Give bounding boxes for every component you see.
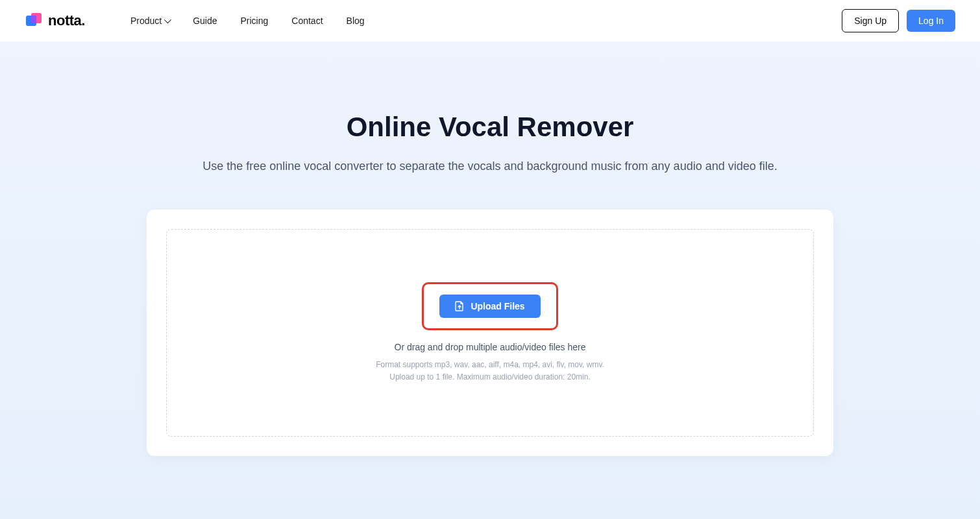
nav-blog[interactable]: Blog [347, 16, 365, 26]
chevron-down-icon [164, 16, 171, 23]
header-left: notta. Product Guide Pricing Contact Blo… [25, 12, 365, 30]
main: Online Vocal Remover Use the free online… [0, 42, 980, 456]
nav-guide-label: Guide [193, 16, 217, 26]
file-upload-icon [455, 301, 464, 311]
nav-guide[interactable]: Guide [193, 16, 217, 26]
upload-card: Upload Files Or drag and drop multiple a… [147, 210, 833, 456]
format-hint: Format supports mp3, wav, aac, aiff, m4a… [376, 359, 604, 371]
logo-text: notta. [48, 12, 85, 29]
nav-contact-label: Contact [291, 16, 323, 26]
limit-hint: Upload up to 1 file. Maximum audio/video… [389, 371, 591, 383]
signup-button[interactable]: Sign Up [842, 9, 899, 32]
svg-rect-2 [31, 16, 36, 23]
login-button[interactable]: Log In [907, 10, 955, 32]
nav-pricing[interactable]: Pricing [241, 16, 269, 26]
page-title: Online Vocal Remover [347, 112, 634, 143]
upload-files-button[interactable]: Upload Files [439, 295, 540, 318]
header-right: Sign Up Log In [842, 9, 955, 32]
nav-product-label: Product [130, 16, 162, 26]
nav-blog-label: Blog [347, 16, 365, 26]
page-subtitle: Use the free online vocal converter to s… [202, 160, 778, 173]
nav-pricing-label: Pricing [241, 16, 269, 26]
nav: Product Guide Pricing Contact Blog [130, 16, 365, 26]
drop-hint: Or drag and drop multiple audio/video fi… [395, 342, 586, 352]
nav-contact[interactable]: Contact [291, 16, 323, 26]
upload-button-label: Upload Files [471, 301, 524, 311]
logo[interactable]: notta. [25, 12, 85, 30]
logo-icon [25, 12, 43, 30]
nav-product[interactable]: Product [130, 16, 169, 26]
highlight-annotation: Upload Files [422, 282, 557, 330]
dropzone[interactable]: Upload Files Or drag and drop multiple a… [166, 229, 814, 437]
header: notta. Product Guide Pricing Contact Blo… [0, 0, 980, 42]
